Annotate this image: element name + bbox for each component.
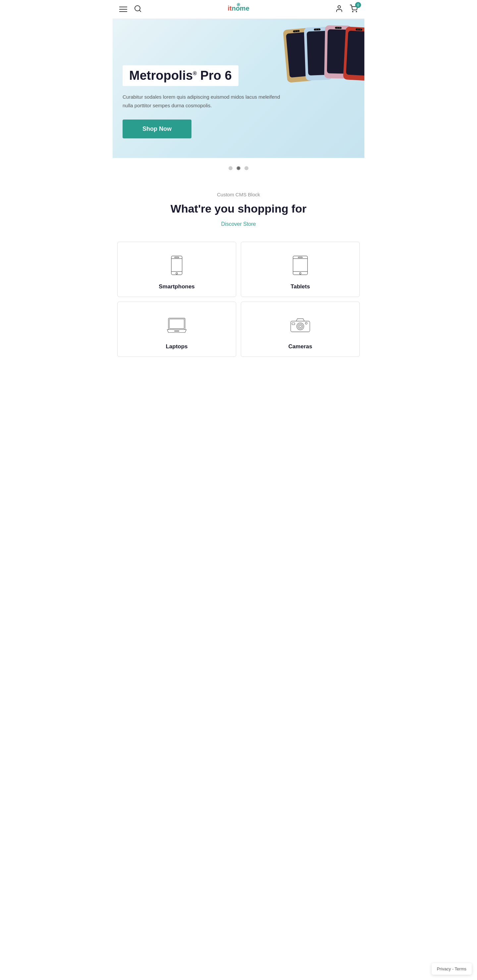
svg-point-6: [353, 11, 353, 12]
smartphones-label: Smartphones: [159, 283, 195, 290]
tablet-icon: [290, 255, 311, 276]
svg-rect-12: [175, 257, 179, 258]
carousel-dot-3[interactable]: [244, 166, 249, 170]
laptops-label: Laptops: [166, 343, 187, 350]
category-tablets[interactable]: Tablets: [241, 242, 360, 297]
logo[interactable]: itnome: [219, 1, 258, 18]
svg-rect-18: [168, 318, 185, 329]
hero-content: Metropolis® Pro 6 Curabitur sodales lore…: [113, 19, 364, 152]
svg-point-5: [338, 6, 341, 8]
user-icon: [335, 5, 343, 13]
category-grid: Smartphones Tablets Laptops: [113, 234, 364, 365]
svg-rect-19: [169, 319, 184, 328]
cart-count: 0: [355, 2, 361, 8]
hero-title: Metropolis® Pro 6: [123, 65, 238, 86]
laptop-icon-container: [164, 312, 190, 338]
camera-icon-container: [287, 312, 314, 338]
discover-store-link[interactable]: Discover Store: [221, 221, 256, 227]
hero-description: Curabitur sodales lorem quis adipiscing …: [123, 93, 288, 110]
svg-point-11: [176, 272, 177, 274]
svg-line-1: [139, 10, 141, 11]
cart-button[interactable]: 0: [350, 5, 358, 14]
header: itnome 0: [113, 0, 364, 19]
smartphone-icon: [166, 255, 187, 276]
tablets-label: Tablets: [290, 283, 310, 290]
carousel-dot-1[interactable]: [228, 166, 233, 170]
carousel-dot-2[interactable]: [236, 166, 241, 170]
svg-rect-17: [298, 257, 302, 258]
svg-point-24: [299, 325, 302, 328]
header-right-actions: 0: [335, 5, 358, 14]
tablet-icon-container: [287, 252, 314, 278]
svg-point-4: [238, 4, 239, 5]
logo-svg: itnome: [219, 1, 258, 16]
shop-now-button[interactable]: Shop Now: [123, 119, 191, 138]
cms-label: Custom CMS Block: [119, 192, 358, 197]
category-laptops[interactable]: Laptops: [117, 302, 236, 357]
search-button[interactable]: [134, 5, 142, 14]
smartphone-icon-container: [164, 252, 190, 278]
account-button[interactable]: [335, 5, 343, 14]
carousel-dots: [113, 158, 364, 178]
svg-point-23: [298, 324, 302, 328]
svg-point-25: [305, 322, 307, 324]
category-cameras[interactable]: Cameras: [241, 302, 360, 357]
search-icon: [134, 5, 142, 13]
cameras-label: Cameras: [289, 343, 313, 350]
camera-icon: [290, 315, 311, 336]
laptop-icon: [166, 315, 187, 336]
svg-point-16: [300, 272, 301, 274]
hero-banner: Metropolis® Pro 6 Curabitur sodales lore…: [113, 19, 364, 158]
category-smartphones[interactable]: Smartphones: [117, 242, 236, 297]
svg-point-7: [356, 11, 357, 12]
menu-button[interactable]: [119, 6, 127, 12]
cms-section: Custom CMS Block What're you shopping fo…: [113, 178, 364, 234]
cms-heading: What're you shopping for: [119, 202, 358, 215]
svg-rect-26: [292, 323, 295, 325]
header-left-actions: [119, 5, 142, 14]
